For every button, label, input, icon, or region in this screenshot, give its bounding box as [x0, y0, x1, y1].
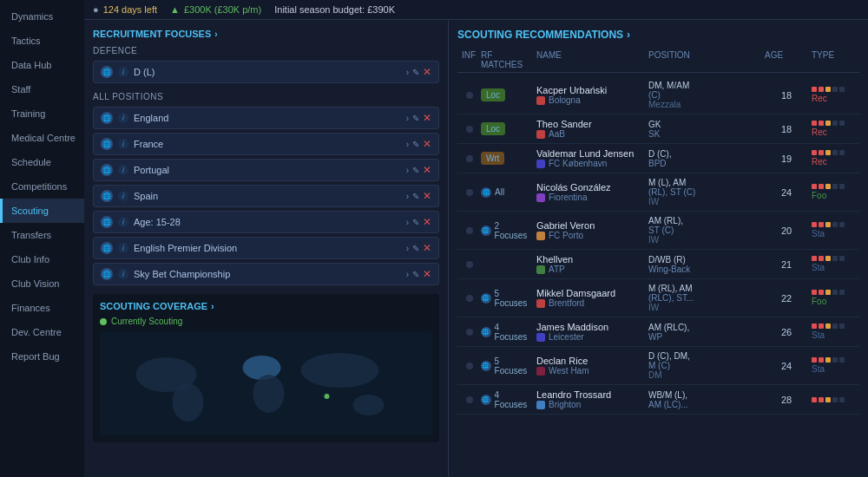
edit-icon[interactable]: ✎: [412, 244, 419, 253]
delete-icon[interactable]: ✕: [423, 268, 431, 280]
sidebar-item-competitions[interactable]: Competitions: [0, 174, 84, 199]
player-rows-container: Loc Kacper Urbański Bologna DM, M/AM (C)…: [457, 76, 859, 415]
info-icon-france: i: [118, 139, 128, 149]
delete-icon[interactable]: ✕: [423, 164, 431, 176]
sidebar-item-scouting[interactable]: Scouting: [0, 199, 84, 223]
focus-item-age[interactable]: 🌐 i Age: 15-28 › ✎ ✕: [93, 211, 439, 233]
chevron-icon[interactable]: ›: [406, 270, 409, 279]
sidebar-item-finances[interactable]: Finances: [0, 296, 84, 320]
info-icon-england: i: [118, 113, 128, 123]
sidebar-item-training[interactable]: Training: [0, 101, 84, 126]
type-cell: Sta: [812, 323, 855, 340]
edit-icon[interactable]: ✎: [412, 114, 419, 123]
player-age: 20: [765, 225, 808, 236]
chevron-icon[interactable]: ›: [406, 140, 409, 149]
position-primary: AM (RLC),: [648, 323, 761, 332]
coverage-header[interactable]: SCOUTING COVERAGE ›: [100, 301, 432, 311]
sidebar-item-devcentre[interactable]: Dev. Centre: [0, 320, 84, 344]
delete-icon[interactable]: ✕: [423, 242, 431, 254]
focus-actions: › ✎ ✕: [406, 66, 431, 78]
delete-icon[interactable]: ✕: [423, 66, 431, 78]
chevron-right-icon[interactable]: ›: [406, 68, 409, 77]
chevron-icon[interactable]: ›: [406, 244, 409, 253]
focus-item-portugal[interactable]: 🌐 i Portugal › ✎ ✕: [93, 159, 439, 181]
sidebar-item-staff[interactable]: Staff: [0, 77, 84, 101]
attr-dot-5: [839, 150, 845, 155]
chevron-icon[interactable]: ›: [406, 114, 409, 123]
focus-item-defence[interactable]: 🌐 i D (L) › ✎ ✕: [93, 61, 439, 83]
chevron-icon[interactable]: ›: [406, 166, 409, 175]
table-row[interactable]: 🌐 All Nicolás González Fiorentina M (L),…: [457, 173, 859, 212]
attr-dot-2: [819, 121, 824, 126]
focus-item-england[interactable]: 🌐 i England › ✎ ✕: [93, 107, 439, 129]
sidebar-item-dynamics[interactable]: Dynamics: [0, 4, 84, 29]
edit-icon[interactable]: ✎: [412, 140, 419, 149]
player-name: Nicolás González: [536, 182, 645, 193]
club-name: AaB: [549, 129, 565, 139]
globe-icon-spain: 🌐: [101, 190, 113, 202]
focus-item-epl[interactable]: 🌐 i English Premier Division › ✎ ✕: [93, 237, 439, 259]
delete-icon[interactable]: ✕: [423, 216, 431, 228]
sidebar-item-schedule[interactable]: Schedule: [0, 150, 84, 174]
rf-count: 2 Focuses: [495, 221, 533, 240]
focus-item-france[interactable]: 🌐 i France › ✎ ✕: [93, 133, 439, 155]
player-name: Valdemar Lund Jensen: [536, 148, 645, 159]
club-name: Brentford: [549, 298, 584, 308]
table-row[interactable]: 🌐 5 Focuses Declan Rice West Ham D (C), …: [457, 347, 859, 385]
player-club: Brighton: [536, 400, 645, 409]
player-age: 19: [765, 154, 808, 164]
edit-icon[interactable]: ✎: [412, 68, 419, 77]
attr-dot-5: [839, 290, 845, 295]
sidebar-item-tactics[interactable]: Tactics: [0, 29, 84, 53]
table-row[interactable]: Khellven ATP D/WB (R) Wing-Back 21 Sta: [457, 250, 859, 279]
attr-dot-4: [832, 150, 838, 155]
rf-badge: Wrt: [481, 152, 504, 165]
sidebar-item-medical[interactable]: Medical Centre: [0, 126, 84, 150]
player-info: Valdemar Lund Jensen FC København: [536, 148, 645, 168]
delete-icon[interactable]: ✕: [423, 190, 431, 202]
player-name: Mikkel Damsgaard: [536, 288, 645, 298]
table-row[interactable]: Loc Kacper Urbański Bologna DM, M/AM (C)…: [457, 76, 859, 114]
player-club: FC Porto: [536, 231, 645, 240]
position-primary: D (C),: [648, 149, 761, 159]
position-cell: WB/M (L), AM (LC)...: [648, 390, 761, 409]
position-cell: AM (RLC), WP: [648, 323, 761, 342]
attr-dot-3: [825, 290, 831, 295]
inf-cell: [462, 155, 477, 162]
table-row[interactable]: 🌐 4 Focuses James Maddison Leicester AM …: [457, 317, 859, 347]
globe-icon-age: 🌐: [101, 216, 113, 228]
player-info: Gabriel Veron FC Porto: [536, 220, 645, 240]
table-row[interactable]: 🌐 2 Focuses Gabriel Veron FC Porto AM (R…: [457, 212, 859, 250]
edit-icon[interactable]: ✎: [412, 192, 419, 201]
info-icon-portugal: i: [118, 165, 128, 175]
type-cell: Rec: [812, 150, 855, 167]
focus-item-spain[interactable]: 🌐 i Spain › ✎ ✕: [93, 185, 439, 207]
budget-item: ▲ £300K (£30K p/m): [170, 4, 261, 15]
focus-item-championship[interactable]: 🌐 i Sky Bet Championship › ✎ ✕: [93, 263, 439, 285]
player-info: Leandro Trossard Brighton: [536, 389, 645, 409]
table-row[interactable]: Wrt Valdemar Lund Jensen FC København D …: [457, 144, 859, 173]
sidebar-item-transfers[interactable]: Transfers: [0, 223, 84, 247]
sidebar-item-datahub[interactable]: Data Hub: [0, 53, 84, 77]
delete-icon[interactable]: ✕: [423, 138, 431, 150]
sidebar-item-reportbug[interactable]: Report Bug: [0, 344, 84, 369]
sidebar: Dynamics Tactics Data Hub Staff Training…: [0, 0, 84, 477]
edit-icon[interactable]: ✎: [412, 166, 419, 175]
sidebar-item-clubvision[interactable]: Club Vision: [0, 271, 84, 296]
position-secondary: M (C): [648, 361, 761, 370]
table-row[interactable]: 🌐 4 Focuses Leandro Trossard Brighton WB…: [457, 385, 859, 415]
attr-dot-5: [839, 357, 845, 363]
chevron-icon[interactable]: ›: [406, 218, 409, 227]
position-secondary: (RL), ST (C): [648, 187, 761, 197]
delete-icon[interactable]: ✕: [423, 112, 431, 124]
edit-icon[interactable]: ✎: [412, 270, 419, 279]
edit-icon[interactable]: ✎: [412, 218, 419, 227]
chevron-icon[interactable]: ›: [406, 192, 409, 201]
recruitment-focuses-header[interactable]: RECRUITMENT FOCUSES ›: [93, 29, 439, 39]
table-row[interactable]: 🌐 5 Focuses Mikkel Damsgaard Brentford M…: [457, 279, 859, 317]
attr-dots: [812, 184, 855, 189]
table-row[interactable]: Loc Theo Sander AaB GK SK 18 Rec: [457, 114, 859, 144]
attr-dot-2: [819, 290, 824, 295]
focus-label-defence: D (L): [134, 67, 401, 77]
sidebar-item-clubinfo[interactable]: Club Info: [0, 247, 84, 271]
